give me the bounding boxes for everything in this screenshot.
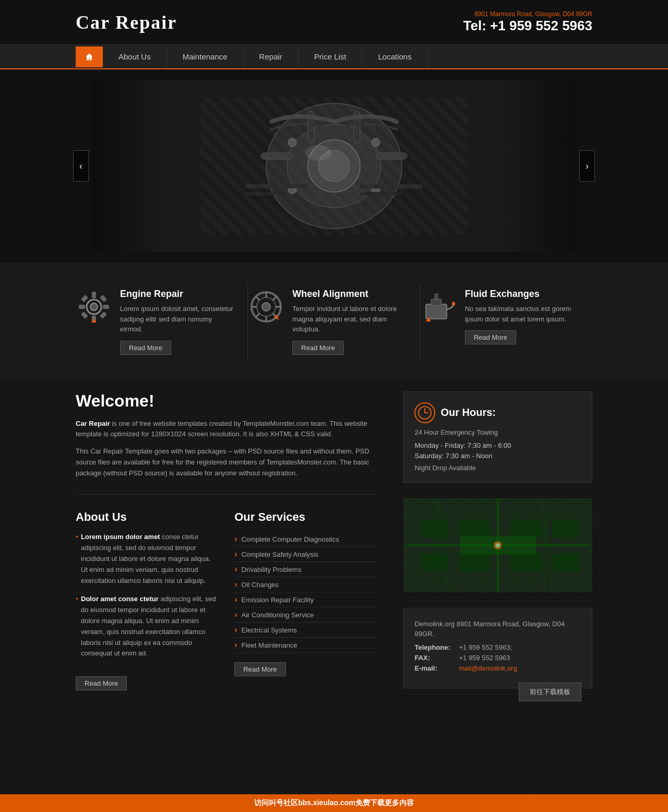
nav-repair[interactable]: Repair (244, 45, 299, 68)
svg-point-20 (90, 303, 98, 311)
svg-point-65 (496, 543, 500, 547)
svg-rect-8 (354, 111, 360, 142)
contact-fax: FAX: +1 959 552 5963 (414, 654, 581, 662)
header-tel: Tel: +1 959 552 5963 (463, 18, 592, 34)
nav-about[interactable]: About Us (103, 45, 167, 68)
engine-repair-icon (76, 289, 112, 325)
svg-point-2 (287, 124, 381, 208)
wheel-alignment-icon (248, 289, 284, 325)
svg-point-45 (452, 302, 455, 306)
header-address: 8901 Marmora Road, Glasgow, D04 89GR (463, 10, 592, 18)
fluid-exchanges-readmore[interactable]: Read More (465, 330, 516, 344)
wheel-alignment-content: Wheel Alignment Tempor invidunt ut labor… (292, 289, 407, 355)
svg-point-12 (372, 185, 380, 194)
service-card-fluid: Fluid Exchanges No sea takimata sanctus … (421, 283, 592, 360)
welcome-para1: Car Repair is one of free website templa… (76, 419, 377, 440)
map-placeholder (403, 498, 592, 592)
wheel-alignment-readmore[interactable]: Read More (292, 341, 343, 355)
services-list: Complete Computer Diagnostics Complete S… (234, 532, 377, 653)
svg-rect-59 (553, 519, 579, 538)
svg-rect-62 (511, 553, 542, 571)
svg-rect-27 (81, 312, 88, 319)
contact-address-text: Demolink.org 8901 Marmora Road, Glasgow,… (414, 619, 581, 639)
svg-point-3 (308, 140, 360, 192)
svg-rect-7 (308, 111, 314, 142)
email-link[interactable]: mail@demolink.org (459, 664, 517, 672)
slider-next-button[interactable]: › (579, 150, 595, 182)
slider-prev-button[interactable]: ‹ (73, 150, 89, 182)
download-template-button[interactable]: 前往下载模板 (519, 683, 581, 701)
services-column: Our Services Complete Computer Diagnosti… (234, 510, 377, 690)
service-item-2: Complete Safety Analysis (234, 547, 377, 562)
wheel-alignment-desc: Tempor invidunt ut labore et dolore magn… (292, 304, 407, 335)
content-right: Our Hours: 24 Hour Emergency Towing Mond… (393, 391, 592, 701)
svg-rect-26 (100, 295, 107, 302)
main-content: Welcome! Car Repair is one of free websi… (0, 391, 668, 701)
svg-rect-61 (459, 553, 490, 571)
header: Car Repair 8901 Marmora Road, Glasgow, D… (0, 0, 668, 45)
contact-info: 8901 Marmora Road, Glasgow, D04 89GR Tel… (463, 10, 592, 34)
slider-right-panel (501, 80, 577, 252)
svg-point-4 (318, 150, 350, 182)
svg-line-37 (256, 296, 259, 300)
fluid-exchanges-desc: No sea takimata sanctus est gorem ipsum … (465, 304, 579, 324)
hours-night: Night Drop Available (414, 464, 581, 472)
service-item-4: Oil Changes (234, 577, 377, 592)
svg-line-40 (256, 314, 259, 317)
wheel-alignment-title: Wheel Alignment (292, 289, 407, 300)
services-readmore-button[interactable]: Read More (234, 662, 285, 676)
svg-point-64 (494, 541, 502, 550)
svg-point-11 (288, 185, 296, 194)
svg-rect-57 (459, 519, 490, 538)
service-item-8: Fleet Maintenance (234, 638, 377, 653)
service-item-6: Air Conditioning Service (234, 607, 377, 623)
service-item-7: Electrical Systems (234, 623, 377, 638)
about-readmore-button[interactable]: Read More (76, 676, 127, 690)
about-list: Lorem ipsum dolor amet conse ctetur adip… (76, 532, 219, 659)
clock-icon (414, 402, 435, 423)
nav-locations[interactable]: Locations (362, 45, 427, 68)
services-row: Engine Repair Lorem ipsum dolosit amet, … (0, 262, 668, 381)
svg-point-13 (305, 145, 331, 161)
slider-image (167, 80, 501, 252)
welcome-para2: This Car Repair Template goes with two p… (76, 446, 377, 479)
svg-rect-14 (245, 184, 308, 188)
fluid-exchanges-content: Fluid Exchanges No sea takimata sanctus … (465, 289, 579, 344)
hours-box: Our Hours: 24 Hour Emergency Towing Mond… (403, 391, 592, 483)
watermark-bar: 访问叫号社区bbs.xieulao.com免费下载更多内容 (0, 794, 668, 812)
engine-repair-readmore[interactable]: Read More (120, 341, 171, 355)
fluid-exchanges-title: Fluid Exchanges (465, 289, 579, 300)
hours-saturday: Saturday: 7:30 am - Noon (414, 452, 581, 460)
svg-point-32 (262, 303, 270, 311)
nav-price-list[interactable]: Price List (299, 45, 363, 68)
slider-left-panel (91, 80, 167, 252)
svg-rect-16 (360, 184, 423, 188)
about-section-title: About Us (76, 510, 219, 524)
service-card-engine: Engine Repair Lorem ipsum dolosit amet, … (76, 283, 248, 360)
svg-rect-28 (100, 312, 107, 319)
svg-rect-42 (426, 304, 447, 319)
svg-point-9 (288, 138, 296, 147)
divider (76, 494, 377, 495)
hours-emergency: 24 Hour Emergency Towing (414, 428, 581, 436)
service-item-1: Complete Computer Diagnostics (234, 532, 377, 547)
svg-line-39 (273, 296, 277, 300)
svg-rect-25 (81, 295, 88, 302)
svg-rect-56 (422, 519, 448, 538)
svg-rect-60 (422, 553, 448, 571)
contact-email: E-mail: mail@demolink.org (414, 664, 581, 672)
svg-line-54 (438, 498, 448, 592)
svg-rect-17 (360, 192, 402, 195)
svg-rect-63 (553, 553, 579, 571)
welcome-title: Welcome! (76, 391, 377, 411)
engine-image (167, 80, 501, 252)
navigation: About Us Maintenance Repair Price List L… (0, 45, 668, 69)
svg-rect-6 (376, 153, 407, 159)
our-services-title: Our Services (234, 510, 377, 524)
nav-maintenance[interactable]: Maintenance (167, 45, 244, 68)
engine-repair-title: Engine Repair (120, 289, 234, 300)
service-item-3: Drivability Problems (234, 562, 377, 577)
service-item-5: Emission Repair Facility (234, 592, 377, 607)
engine-repair-content: Engine Repair Lorem ipsum dolosit amet, … (120, 289, 234, 355)
nav-home-button[interactable] (76, 46, 103, 67)
